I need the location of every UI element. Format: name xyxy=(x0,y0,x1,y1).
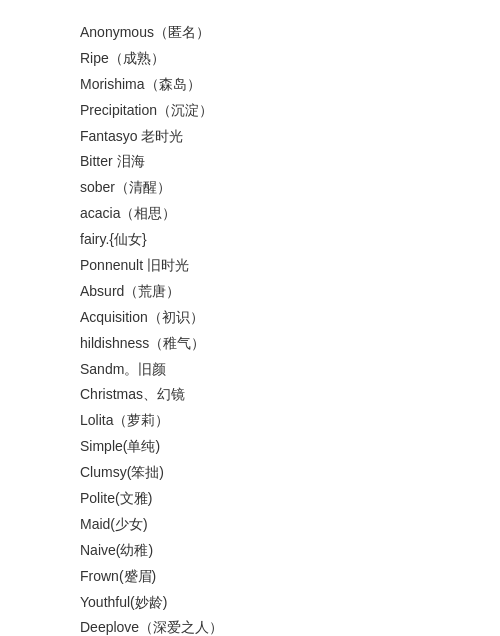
list-item: Fantasyo 老时光 xyxy=(80,124,420,150)
list-item: Youthful(妙龄) xyxy=(80,590,420,616)
list-item: Bitter 泪海 xyxy=(80,149,420,175)
list-item: Ponnenult 旧时光 xyxy=(80,253,420,279)
list-item: Anonymous（匿名） xyxy=(80,20,420,46)
list-item: Naive(幼稚) xyxy=(80,538,420,564)
list-item: hildishness（稚气） xyxy=(80,331,420,357)
list-item: Simple(单纯) xyxy=(80,434,420,460)
list-item: fairy.{仙女} xyxy=(80,227,420,253)
list-item: Sandm。旧颜 xyxy=(80,357,420,383)
list-item: Precipitation（沉淀） xyxy=(80,98,420,124)
list-item: Ripe（成熟） xyxy=(80,46,420,72)
list-item: Acquisition（初识） xyxy=(80,305,420,331)
list-item: Deeplove（深爱之人） xyxy=(80,615,420,636)
list-item: sober（清醒） xyxy=(80,175,420,201)
list-item: Frown(蹙眉) xyxy=(80,564,420,590)
list-item: Morishima（森岛） xyxy=(80,72,420,98)
list-item: Christmas、幻镜 xyxy=(80,382,420,408)
list-item: Lolita（萝莉） xyxy=(80,408,420,434)
list-item: Polite(文雅) xyxy=(80,486,420,512)
list-item: Maid(少女) xyxy=(80,512,420,538)
list-item: Clumsy(笨拙) xyxy=(80,460,420,486)
list-item: Absurd（荒唐） xyxy=(80,279,420,305)
name-list: Anonymous（匿名）Ripe（成熟）Morishima（森岛）Precip… xyxy=(80,20,420,636)
list-item: acacia（相思） xyxy=(80,201,420,227)
